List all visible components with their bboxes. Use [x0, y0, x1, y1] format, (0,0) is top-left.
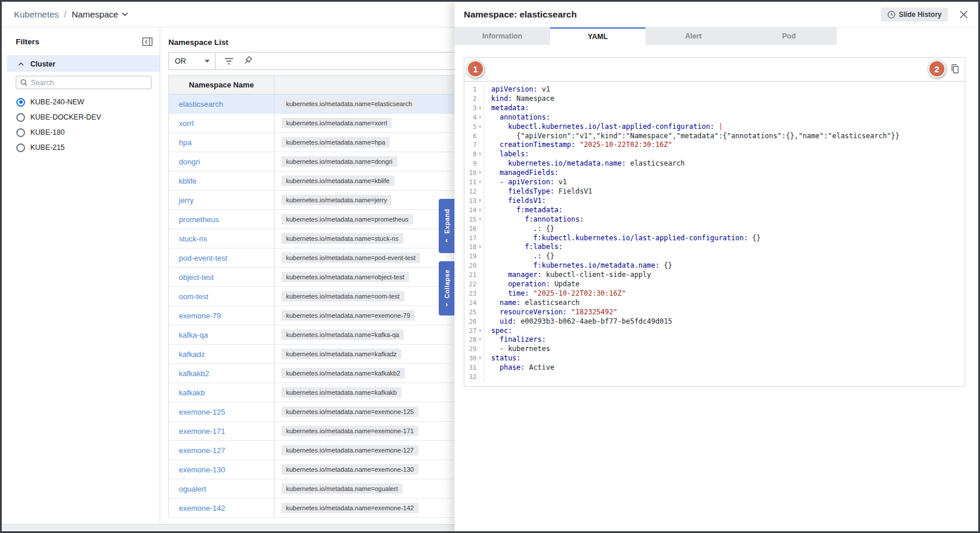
fold-toggle-icon[interactable]: ∨ — [477, 113, 484, 122]
fold-toggle-icon[interactable]: ∨ — [477, 215, 484, 225]
operator-select[interactable]: OR — [168, 52, 216, 70]
yaml-line: 10∨ managedFields: — [464, 169, 965, 178]
cluster-option-kube-180[interactable]: KUBE-180 — [7, 125, 160, 140]
fold-toggle-icon[interactable]: ∨ — [477, 243, 484, 252]
namespace-link[interactable]: exemone-130 — [179, 465, 225, 474]
namespace-link[interactable]: object-test — [179, 273, 214, 282]
line-gutter: 8∨ — [464, 150, 484, 159]
filter-button[interactable] — [224, 57, 234, 65]
horizontal-scrollbar[interactable] — [2, 524, 454, 531]
namespace-label-badge: kubernetes.io/metadata.name=elasticsearc… — [281, 99, 417, 109]
yaml-line-text: .: {} — [484, 225, 554, 234]
yaml-line: 21 manager: kubectl-client-side-apply — [464, 271, 965, 280]
breadcrumb-app-link[interactable]: Kubernetes — [14, 9, 59, 19]
namespace-link[interactable]: hpa — [179, 138, 192, 147]
line-number: 14 — [465, 206, 477, 215]
namespace-label-badge: kubernetes.io/metadata.name=xorrl — [281, 118, 392, 128]
namespace-link[interactable]: kafkakb — [179, 388, 205, 397]
fold-toggle-icon[interactable]: ∨ — [477, 354, 484, 363]
tab-information[interactable]: Information — [454, 27, 550, 45]
radio-icon[interactable] — [16, 113, 25, 122]
fold-toggle-icon[interactable]: ∨ — [477, 335, 484, 345]
cluster-search — [16, 76, 151, 89]
namespace-link[interactable]: elasticsearch — [179, 100, 223, 108]
expand-button[interactable]: Expand ‹ — [439, 199, 454, 253]
yaml-line: 29 - kubernetes — [464, 345, 965, 354]
select-caret-icon — [205, 59, 210, 63]
cluster-option-kube-docker-dev[interactable]: KUBE-DOCKER-DEV — [7, 110, 160, 125]
search-input[interactable] — [31, 79, 147, 87]
tab-yaml[interactable]: YAML — [550, 27, 646, 45]
namespace-link[interactable]: xorrl — [179, 119, 193, 128]
line-number: 9 — [465, 159, 477, 169]
radio-icon[interactable] — [16, 143, 25, 152]
namespace-link[interactable]: kafkadz — [179, 350, 205, 359]
namespace-link[interactable]: exemone-142 — [179, 504, 225, 513]
close-button[interactable] — [959, 10, 968, 19]
fold-toggle-icon[interactable]: ∨ — [477, 122, 484, 132]
copy-button[interactable] — [950, 64, 960, 74]
clock-icon — [887, 10, 896, 19]
fold-toggle-icon[interactable]: ∨ — [477, 178, 484, 187]
fold-toggle-icon[interactable]: ∨ — [477, 169, 484, 178]
namespace-link[interactable]: exemone-171 — [179, 427, 225, 436]
yaml-viewer: 1 2 1apiVersion: v12kind: Namespace3∨met… — [464, 57, 965, 387]
namespace-label-badge: kubernetes.io/metadata.name=jerry — [281, 195, 392, 205]
yaml-line-text: f:kubernetes.io/metadata.name: {} — [484, 261, 672, 271]
line-gutter: 9 — [464, 159, 484, 169]
yaml-line: 6 {"apiVersion":"v1","kind":"Namespace",… — [464, 132, 965, 141]
namespace-link[interactable]: exemone-125 — [179, 408, 225, 416]
line-gutter: 24 — [464, 299, 484, 308]
line-number: 21 — [465, 271, 477, 280]
line-gutter: 26 — [464, 317, 484, 327]
tab-pod[interactable]: Pod — [741, 27, 837, 45]
cluster-section-header[interactable]: Cluster — [7, 56, 160, 72]
line-gutter: 11∨ — [464, 178, 484, 187]
collapse-button[interactable]: Collapse › — [439, 261, 454, 315]
fold-toggle-icon[interactable]: ∨ — [477, 327, 484, 336]
yaml-line-text: f:annotations: — [484, 215, 584, 225]
namespace-link[interactable]: kafkakb2 — [179, 369, 209, 378]
yaml-line: 32 — [464, 373, 965, 382]
slide-history-button[interactable]: Slide History — [881, 8, 948, 22]
collapse-panel-button[interactable] — [142, 37, 153, 46]
namespace-link[interactable]: prometheus — [179, 215, 219, 224]
namespace-link[interactable]: exemone-127 — [179, 446, 225, 455]
yaml-line-text: metadata: — [484, 104, 529, 113]
yaml-line: 26 uid: e00293b3-b062-4aeb-bf77-be5fdc49… — [464, 317, 965, 327]
pin-button[interactable] — [243, 56, 253, 66]
namespace-link[interactable]: oom-test — [179, 292, 209, 301]
cluster-option-kube-240-new[interactable]: KUBE-240-NEW — [7, 94, 160, 110]
namespace-label-badge: kubernetes.io/metadata.name=kafkadz — [281, 349, 401, 359]
tab-alert[interactable]: Alert — [646, 27, 741, 45]
yaml-line-text — [484, 373, 491, 382]
namespace-link[interactable]: kafka-qa — [179, 331, 208, 339]
yaml-code[interactable]: 1apiVersion: v12kind: Namespace3∨metadat… — [464, 82, 965, 386]
fold-toggle-icon[interactable]: ∨ — [477, 197, 484, 206]
fold-spacer — [477, 159, 484, 169]
fold-toggle-icon[interactable]: ∨ — [477, 150, 484, 159]
radio-icon[interactable] — [16, 98, 25, 107]
line-number: 1 — [465, 85, 477, 94]
yaml-line: 11∨ - apiVersion: v1 — [464, 178, 965, 187]
namespace-name-cell: oom-test — [169, 287, 274, 306]
yaml-line: 22 operation: Update — [464, 280, 965, 289]
namespace-link[interactable]: ogualert — [179, 485, 206, 493]
cluster-option-kube-215[interactable]: KUBE-215 — [7, 140, 160, 155]
fold-toggle-icon[interactable]: ∨ — [477, 206, 484, 215]
namespace-link[interactable]: pod-event-test — [179, 254, 227, 262]
fold-spacer — [477, 299, 484, 308]
radio-icon[interactable] — [16, 128, 25, 137]
line-gutter: 17 — [464, 234, 484, 243]
namespace-link[interactable]: exemone-79 — [179, 311, 221, 320]
namespace-link[interactable]: jerry — [179, 196, 193, 205]
yaml-line-text: spec: — [484, 327, 512, 336]
cluster-option-label: KUBE-240-NEW — [30, 98, 84, 106]
yaml-line-text: .: {} — [484, 252, 554, 261]
namespace-link[interactable]: dongri — [179, 157, 200, 166]
breadcrumb-page-dropdown[interactable]: Namespace — [72, 9, 128, 19]
fold-toggle-icon[interactable]: ∨ — [477, 104, 484, 113]
line-gutter: 13∨ — [464, 197, 484, 206]
namespace-link[interactable]: stuck-ns — [179, 234, 207, 243]
namespace-link[interactable]: kblife — [179, 177, 196, 185]
